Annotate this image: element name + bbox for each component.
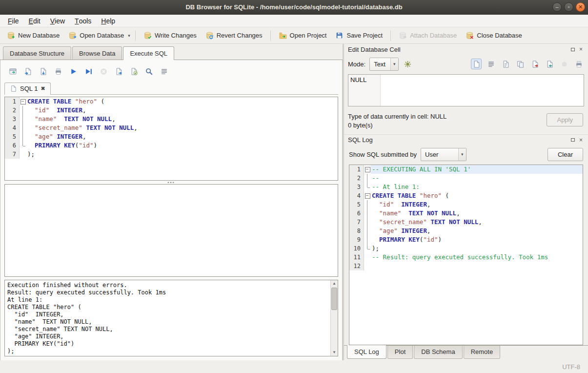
word-wrap-button[interactable] bbox=[471, 59, 482, 69]
code-line-3[interactable]: 3 "name" TEXT NOT NULL, bbox=[5, 115, 338, 124]
line-number: 3 bbox=[5, 115, 20, 124]
close-database-button[interactable]: Close Database bbox=[462, 29, 526, 41]
menu-help[interactable]: Help bbox=[96, 15, 120, 27]
export-cell-button[interactable] bbox=[529, 59, 540, 69]
line-number: 9 bbox=[349, 235, 364, 244]
code-line-10[interactable]: 10); bbox=[349, 244, 583, 253]
fold-marker-icon[interactable] bbox=[20, 97, 26, 106]
line-number: 7 bbox=[349, 218, 364, 227]
save-results-view-button[interactable] bbox=[128, 66, 139, 77]
code-line-9[interactable]: 9 PRIMARY KEY("id") bbox=[349, 235, 583, 244]
copy-text-button[interactable] bbox=[515, 59, 526, 69]
minimize-icon[interactable]: – bbox=[552, 2, 562, 12]
auto-format-button[interactable] bbox=[159, 66, 169, 77]
code-line-4[interactable]: 4 "secret_name" TEXT NOT NULL, bbox=[5, 124, 338, 132]
save-sql-file-button[interactable] bbox=[38, 66, 48, 77]
code-line-3[interactable]: 3-- At line 1: bbox=[349, 183, 583, 191]
save-project-button[interactable]: Save Project bbox=[331, 29, 386, 41]
bottom-tab-plot[interactable]: Plot bbox=[387, 346, 413, 359]
sql-toolbar bbox=[4, 63, 338, 80]
fold-marker-icon bbox=[20, 106, 26, 115]
scroll-down-icon[interactable]: ▼ bbox=[331, 349, 338, 356]
sql-query-tab-bar: SQL 1 ✖ bbox=[4, 81, 338, 95]
titlebar[interactable]: DB Browser for SQLite - /home/user/code/… bbox=[0, 0, 588, 15]
output-scrollbar[interactable]: ▲ ▼ bbox=[330, 280, 338, 356]
mode-combo[interactable]: Text ▾ bbox=[369, 58, 398, 71]
scrollbar-track[interactable] bbox=[331, 287, 338, 349]
dock-close-icon[interactable]: × bbox=[578, 137, 584, 143]
fold-marker-icon[interactable] bbox=[364, 191, 371, 200]
tab-database-structure[interactable]: Database Structure bbox=[3, 46, 71, 60]
print-cell-icon bbox=[575, 60, 583, 68]
open-project-button[interactable]: Open Project bbox=[275, 29, 331, 41]
code-line-5[interactable]: 5 "id" INTEGER, bbox=[349, 200, 583, 209]
line-number: 4 bbox=[5, 124, 20, 132]
align-text-button[interactable] bbox=[486, 59, 496, 69]
menu-view[interactable]: View bbox=[45, 15, 70, 27]
scroll-up-icon[interactable]: ▲ bbox=[331, 280, 338, 287]
import-cell-button[interactable] bbox=[544, 59, 555, 69]
open-sql-file-button[interactable] bbox=[22, 66, 33, 77]
dock-float-icon[interactable] bbox=[569, 46, 576, 53]
code-line-6[interactable]: 6 PRIMARY KEY("id") bbox=[5, 141, 338, 150]
tab-browse-data[interactable]: Browse Data bbox=[72, 46, 122, 60]
close-tab-icon[interactable]: ✖ bbox=[41, 85, 45, 92]
tab-execute-sql[interactable]: Execute SQL bbox=[123, 46, 174, 60]
bottom-tab-sql-log[interactable]: SQL Log bbox=[347, 345, 386, 359]
db-revert-icon bbox=[205, 31, 214, 40]
menu-tools[interactable]: Tools bbox=[70, 15, 96, 27]
code-line-8[interactable]: 8 "age" INTEGER, bbox=[349, 227, 583, 235]
execution-output[interactable]: Execution finished without errors. Resul… bbox=[5, 280, 338, 356]
execute-current-line-button[interactable] bbox=[83, 66, 94, 77]
close-icon[interactable]: ✕ bbox=[576, 2, 585, 12]
export-results-button[interactable] bbox=[113, 66, 124, 77]
code-line-4[interactable]: 4CREATE TABLE "hero" ( bbox=[349, 191, 583, 200]
fold-marker-icon[interactable] bbox=[364, 165, 371, 174]
cell-editor[interactable]: NULL bbox=[348, 74, 584, 106]
sql-query-tab[interactable]: SQL 1 ✖ bbox=[4, 83, 51, 95]
bottom-tab-db-schema[interactable]: DB Schema bbox=[414, 346, 462, 359]
results-grid[interactable] bbox=[4, 184, 338, 277]
print-sql-button[interactable] bbox=[53, 66, 63, 77]
sql-editor[interactable]: 1CREATE TABLE "hero" (2 "id" INTEGER,3 "… bbox=[4, 97, 338, 181]
maximize-icon[interactable]: ▫ bbox=[564, 2, 573, 12]
code-line-1[interactable]: 1-- EXECUTING ALL IN 'SQL 1' bbox=[349, 165, 583, 174]
open-query-tab-button[interactable] bbox=[7, 66, 18, 77]
bottom-tab-remote[interactable]: Remote bbox=[464, 346, 501, 359]
code-line-7[interactable]: 7 "secret_name" TEXT NOT NULL, bbox=[349, 218, 583, 227]
print-cell-button[interactable] bbox=[573, 59, 584, 69]
filter-combo-value: User bbox=[425, 151, 453, 158]
code-line-11[interactable]: 11-- Result: query executed successfully… bbox=[349, 253, 583, 262]
code-line-2[interactable]: 2-- bbox=[349, 174, 583, 183]
encoding-indicator[interactable]: UTF-8 bbox=[562, 363, 580, 371]
open-database-dropdown-icon[interactable]: ▾ bbox=[127, 31, 131, 40]
cell-mode-row: Mode: Text ▾ bbox=[344, 55, 588, 73]
new-database-button[interactable]: New Database bbox=[3, 29, 63, 41]
clear-button[interactable]: Clear bbox=[547, 148, 583, 161]
open-database-button[interactable]: Open Database bbox=[64, 29, 128, 41]
dock-close-icon[interactable]: × bbox=[578, 46, 584, 53]
find-replace-button[interactable] bbox=[143, 66, 154, 77]
code-line-12[interactable]: 12 bbox=[349, 262, 583, 270]
code-line-5[interactable]: 5 "age" INTEGER, bbox=[5, 132, 338, 141]
sql-log-editor[interactable]: 1-- EXECUTING ALL IN 'SQL 1'2--3-- At li… bbox=[349, 165, 583, 345]
dock-float-icon[interactable] bbox=[569, 137, 576, 143]
revert-changes-button[interactable]: Revert Changes bbox=[202, 29, 266, 41]
edit-external-button[interactable] bbox=[403, 59, 413, 69]
filter-combo[interactable]: User ▾ bbox=[421, 148, 466, 161]
write-changes-button[interactable]: Write Changes bbox=[140, 29, 201, 41]
fold-marker-icon bbox=[364, 235, 371, 244]
db-new-icon bbox=[7, 31, 15, 40]
code-line-7[interactable]: 7); bbox=[5, 150, 338, 159]
code-line-1[interactable]: 1CREATE TABLE "hero" ( bbox=[5, 97, 338, 106]
new-text-button[interactable] bbox=[500, 59, 511, 69]
code-line-2[interactable]: 2 "id" INTEGER, bbox=[5, 106, 338, 115]
menu-edit[interactable]: Edit bbox=[24, 15, 45, 27]
menu-file[interactable]: File bbox=[3, 15, 24, 27]
splitter-handle[interactable]: ••• bbox=[4, 181, 338, 184]
line-number: 8 bbox=[349, 227, 364, 235]
code-line-6[interactable]: 6 "name" TEXT NOT NULL, bbox=[349, 209, 583, 218]
scrollbar-thumb[interactable] bbox=[331, 288, 337, 310]
execute-all-button[interactable] bbox=[68, 66, 79, 77]
line-number: 5 bbox=[5, 132, 20, 141]
